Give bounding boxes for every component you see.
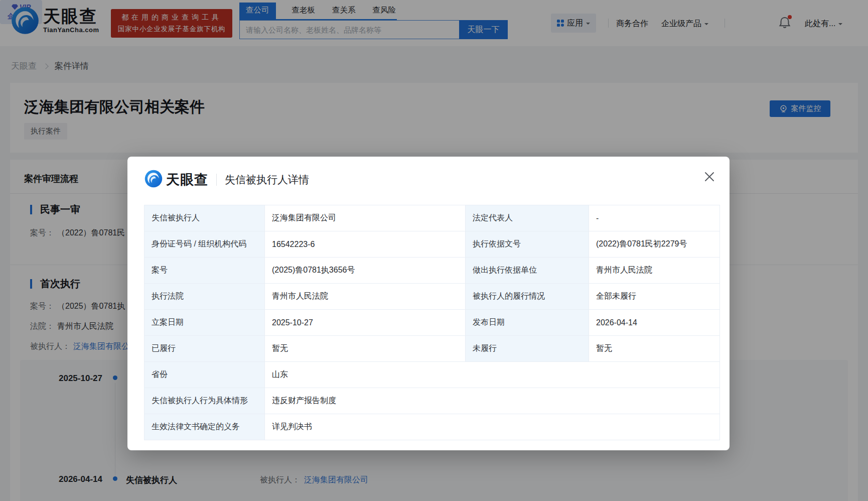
table-row: 生效法律文书确定的义务 详见判决书 <box>144 414 720 440</box>
modal-header-divider <box>216 174 217 186</box>
table-row: 立案日期 2025-10-27 发布日期 2026-04-14 <box>144 310 720 336</box>
table-row: 失信被执行人 泛海集团有限公司 法定代表人 - <box>144 205 720 231</box>
tianyancha-swirl-icon <box>144 170 163 190</box>
table-row: 执行法院 青州市人民法院 被执行人的履行情况 全部未履行 <box>144 284 720 310</box>
dishonest-debtor-detail-modal: 天眼查 失信被执行人详情 失信被执行人 泛海集团有限公司 法定代表人 - 身份证… <box>127 157 730 450</box>
modal-brand: 天眼查 <box>166 171 208 189</box>
debtor-detail-table: 失信被执行人 泛海集团有限公司 法定代表人 - 身份证号码 / 组织机构代码 1… <box>144 205 720 440</box>
modal-header: 天眼查 失信被执行人详情 <box>144 170 309 190</box>
modal-title: 失信被执行人详情 <box>225 173 309 187</box>
table-row: 身份证号码 / 组织机构代码 16542223-6 执行依据文号 (2022)鲁… <box>144 231 720 258</box>
table-row: 已履行 暂无 未履行 暂无 <box>144 336 720 362</box>
table-row: 失信被执行人行为具体情形 违反财产报告制度 <box>144 388 720 414</box>
table-row: 案号 (2025)鲁0781执3656号 做出执行依据单位 青州市人民法院 <box>144 258 720 284</box>
table-row: 省份 山东 <box>144 362 720 388</box>
page: 天眼查 TianYanCha.com 都在用的商业查询工具 国家中小企业发展子基… <box>0 0 868 501</box>
close-icon[interactable] <box>702 170 716 184</box>
